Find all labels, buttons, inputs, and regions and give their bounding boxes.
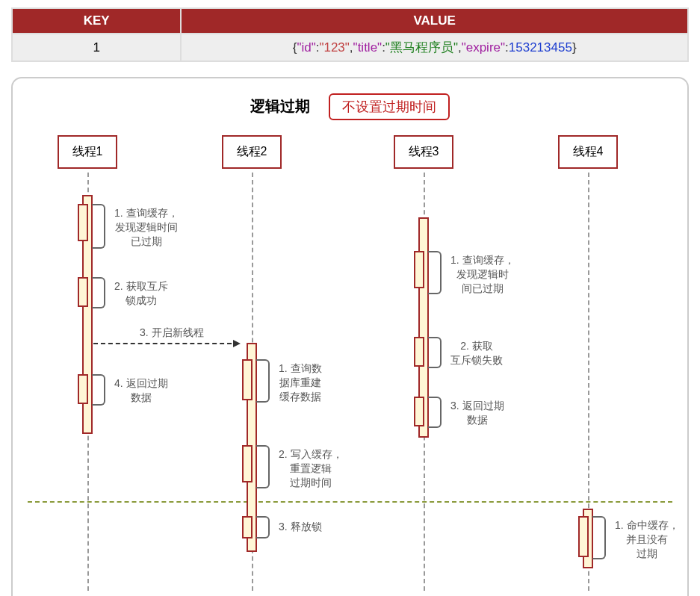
json-key-expire: "expire" <box>462 40 505 55</box>
cell-value: {"id":"123","title":"黑马程序员","expire":153… <box>181 34 688 61</box>
divider-line <box>28 501 672 503</box>
header-value: VALUE <box>181 8 688 34</box>
cell-key: 1 <box>12 34 181 61</box>
json-val-expire: 153213455 <box>509 40 572 55</box>
kv-table: KEY VALUE 1 {"id":"123","title":"黑马程序员",… <box>11 7 689 62</box>
lane-box-t3: 线程3 <box>394 135 454 169</box>
diagram-badge: 不设置过期时间 <box>329 93 450 120</box>
sequence-diagram: 逻辑过期 不设置过期时间 线程1 1. 查询缓存，发现逻辑时间已过期 2. 获取… <box>11 77 689 596</box>
lane-thread1: 线程1 1. 查询缓存，发现逻辑时间已过期 2. 获取互斥锁成功 4. 返回过期… <box>43 135 132 169</box>
lane-thread4: 线程4 1. 命中缓存，并且没有过期 <box>543 135 633 169</box>
json-val-id: "123" <box>319 40 349 55</box>
sub-act-t1-2 <box>78 277 88 307</box>
arrow-t1-t2 <box>93 343 239 344</box>
header-key: KEY <box>12 8 181 34</box>
sub-act-t2-1 <box>242 359 253 400</box>
sub-act-t4-1 <box>578 516 589 557</box>
sub-act-t2-2 <box>242 445 253 482</box>
lane-thread2: 线程2 1. 查询数据库重建缓存数据 2. 写入缓存，重置逻辑过期时间 3. 释… <box>207 135 297 169</box>
json-key-title: "title" <box>353 40 382 55</box>
sub-act-t1-1 <box>78 204 88 241</box>
json-val-title: "黑马程序员" <box>385 40 458 55</box>
sub-act-t1-4 <box>78 374 88 404</box>
sub-act-t3-3 <box>414 397 424 426</box>
sub-act-t3-2 <box>414 337 424 367</box>
sub-act-t2-3 <box>242 516 253 538</box>
json-close: } <box>572 40 577 55</box>
json-key-id: "id" <box>297 40 315 55</box>
lane-box-t2: 线程2 <box>222 135 282 169</box>
sub-act-t3-1 <box>414 251 424 288</box>
lane-thread3: 线程3 1. 查询缓存，发现逻辑时间已过期 2. 获取互斥锁失败 3. 返回过期… <box>379 135 468 169</box>
lane-box-t4: 线程4 <box>558 135 619 169</box>
lane-box-t1: 线程1 <box>58 135 118 169</box>
diagram-title: 逻辑过期 <box>250 96 310 117</box>
step-t1-3: 3. 开启新线程 <box>140 326 204 340</box>
